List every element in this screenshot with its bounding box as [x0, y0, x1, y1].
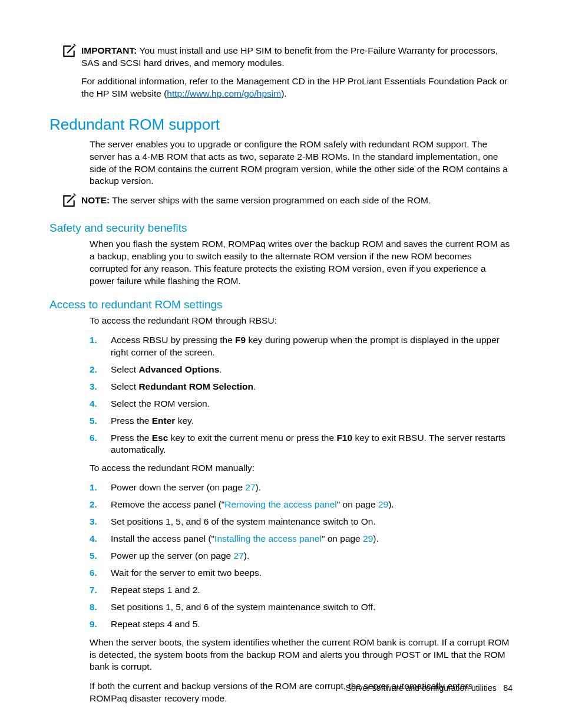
- list-item: 6.Press the Esc key to exit the current …: [90, 432, 513, 457]
- important-p2a: For additional information, refer to the…: [81, 76, 507, 98]
- important-label: IMPORTANT:: [81, 45, 137, 55]
- list-item: 5.Power up the server (on page 27).: [90, 550, 513, 562]
- note-text: The server ships with the same version p…: [110, 195, 431, 205]
- list-item: 6.Wait for the server to emit two beeps.: [90, 567, 513, 579]
- note-pencil-icon: [61, 193, 78, 211]
- list-item: 9.Repeat steps 4 and 5.: [90, 618, 513, 631]
- paragraph-boot1: When the server boots, the system identi…: [90, 637, 513, 674]
- list-item: 5.Press the Enter key.: [90, 415, 513, 427]
- section-xref[interactable]: Removing the access panel: [224, 499, 336, 509]
- section-xref[interactable]: Installing the access panel: [214, 533, 322, 543]
- list-item: 3.Select Redundant ROM Selection.: [90, 381, 513, 393]
- note-pencil-icon: [61, 44, 78, 61]
- callout-note: NOTE: The server ships with the same ver…: [61, 195, 513, 211]
- important-p2b: ).: [281, 88, 286, 98]
- list-item: 1.Power down the server (on page 27).: [90, 482, 513, 494]
- list-item: 3.Set positions 1, 5, and 6 of the syste…: [90, 516, 513, 528]
- list-item: 7.Repeat steps 1 and 2.: [90, 584, 513, 597]
- paragraph-manual-intro: To access the redundant ROM manually:: [90, 462, 513, 475]
- document-page: IMPORTANT: You must install and use HP S…: [0, 0, 562, 728]
- manual-steps-list: 1.Power down the server (on page 27). 2.…: [90, 482, 513, 630]
- rbsu-steps-list: 1.Access RBSU by pressing the F9 key dur…: [90, 334, 513, 456]
- list-item: 8.Set positions 1, 5, and 6 of the syste…: [90, 601, 513, 614]
- page-xref[interactable]: 27: [234, 551, 244, 561]
- page-footer: Server software and configuration utilit…: [346, 683, 513, 693]
- list-item: 4.Select the ROM version.: [90, 398, 513, 410]
- paragraph-access-intro: To access the redundant ROM through RBSU…: [90, 315, 513, 327]
- callout-important: IMPORTANT: You must install and use HP S…: [61, 45, 513, 100]
- page-number: 84: [503, 683, 513, 693]
- list-item: 2.Remove the access panel ("Removing the…: [90, 499, 513, 511]
- footer-section: Server software and configuration utilit…: [346, 683, 497, 693]
- important-text: You must install and use HP SIM to benef…: [81, 45, 498, 68]
- paragraph-safety: When you flash the system ROM, ROMPaq wr…: [90, 238, 513, 288]
- paragraph-redundant: The server enables you to upgrade or con…: [90, 139, 513, 188]
- list-item: 2.Select Advanced Options.: [90, 364, 513, 376]
- page-xref[interactable]: 27: [245, 482, 255, 492]
- heading-safety: Safety and security benefits: [49, 222, 513, 235]
- heading-redundant-rom: Redundant ROM support: [49, 116, 513, 134]
- page-xref[interactable]: 29: [363, 533, 373, 543]
- list-item: 1.Access RBSU by pressing the F9 key dur…: [90, 334, 513, 359]
- page-xref[interactable]: 29: [378, 499, 388, 509]
- list-item: 4.Install the access panel ("Installing …: [90, 533, 513, 545]
- heading-access: Access to redundant ROM settings: [49, 298, 513, 311]
- hpsim-link[interactable]: http://www.hp.com/go/hpsim: [167, 88, 281, 98]
- note-label: NOTE:: [81, 195, 110, 205]
